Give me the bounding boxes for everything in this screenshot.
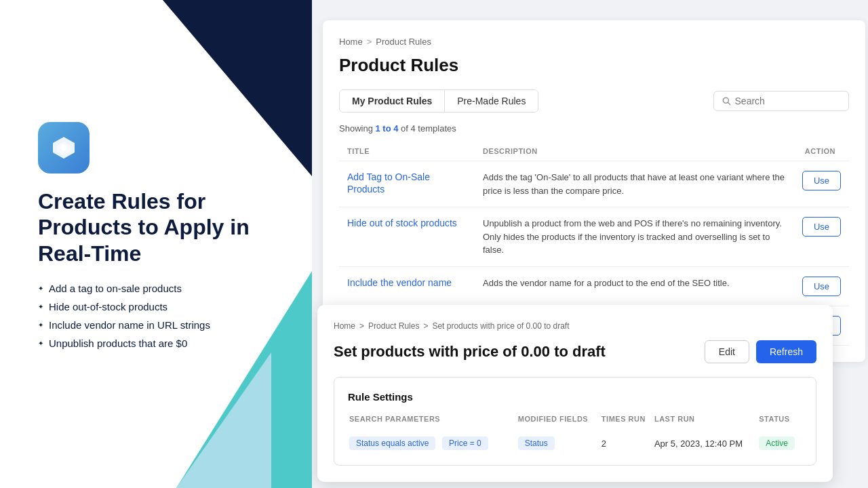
hero-section: Create Rules for Products to Apply in Re… bbox=[38, 188, 296, 356]
right-panel: Home > Product Rules Product Rules My Pr… bbox=[312, 0, 868, 488]
rule-desc-2: Unpublish a product from the web and POS… bbox=[483, 218, 782, 255]
search-icon bbox=[722, 96, 731, 106]
feature-item-4: Unpublish products that are $0 bbox=[38, 338, 296, 349]
breadcrumb: Home > Product Rules bbox=[339, 37, 849, 47]
use-button-2[interactable]: Use bbox=[802, 217, 841, 237]
breadcrumb-home[interactable]: Home bbox=[339, 37, 363, 47]
app-logo bbox=[38, 122, 90, 174]
col-action: ACTION bbox=[794, 142, 849, 161]
settings-col-modified: MODIFIED FIELDS bbox=[518, 415, 600, 430]
breadcrumb-sep: > bbox=[367, 37, 372, 47]
search-input[interactable] bbox=[735, 96, 840, 106]
detail-header: Set products with price of 0.00 to draft… bbox=[334, 340, 816, 363]
refresh-button[interactable]: Refresh bbox=[756, 340, 816, 363]
settings-col-lastrun: LAST RUN bbox=[654, 415, 757, 430]
detail-breadcrumb-rules[interactable]: Product Rules bbox=[368, 321, 419, 331]
settings-col-times: TIMES RUN bbox=[601, 415, 653, 430]
showing-text: Showing 1 to 4 of 4 templates bbox=[339, 123, 849, 134]
table-row: Hide out of stock products Unpublish a p… bbox=[339, 207, 849, 267]
rule-settings-title: Rule Settings bbox=[348, 391, 802, 403]
use-button-1[interactable]: Use bbox=[802, 171, 841, 190]
feature-list: Add a tag to on-sale products Hide out-o… bbox=[38, 283, 296, 349]
last-run: Apr 5, 2023, 12:40 PM bbox=[654, 431, 757, 450]
detail-breadcrumb-current: Set products with price of 0.00 to draft bbox=[432, 321, 569, 331]
edit-button[interactable]: Edit bbox=[705, 340, 749, 363]
svg-point-2 bbox=[60, 144, 67, 151]
settings-row: Status equals active Price = 0 Status 2 … bbox=[349, 431, 801, 450]
rule-link-2[interactable]: Hide out of stock products bbox=[347, 218, 457, 228]
tab-premade-rules[interactable]: Pre-Made Rules bbox=[445, 90, 538, 112]
status-badge: Active bbox=[759, 436, 795, 450]
logo-icon bbox=[49, 133, 79, 163]
rule-link-3[interactable]: Include the vendor name bbox=[347, 277, 452, 288]
detail-breadcrumb-home[interactable]: Home bbox=[334, 321, 355, 331]
tab-my-product-rules[interactable]: My Product Rules bbox=[340, 90, 445, 112]
logo-container bbox=[38, 122, 90, 174]
rule-desc-1: Adds the tag 'On-Sale' to all products t… bbox=[483, 172, 785, 196]
rule-link-1[interactable]: Add Tag to On-Sale Products bbox=[347, 171, 430, 195]
page-title: Product Rules bbox=[339, 55, 849, 76]
col-title: TITLE bbox=[339, 142, 475, 161]
feature-item-1: Add a tag to on-sale products bbox=[38, 283, 296, 294]
use-button-3[interactable]: Use bbox=[802, 277, 841, 296]
detail-card: Home > Product Rules > Set products with… bbox=[317, 305, 833, 482]
detail-title: Set products with price of 0.00 to draft bbox=[334, 343, 606, 361]
breadcrumb-current: Product Rules bbox=[376, 37, 431, 47]
tabs-container: My Product Rules Pre-Made Rules bbox=[339, 89, 538, 113]
table-row: Add Tag to On-Sale Products Adds the tag… bbox=[339, 161, 849, 207]
svg-line-4 bbox=[728, 102, 730, 104]
rule-desc-3: Adds the vendor name for a product to th… bbox=[483, 278, 730, 288]
left-panel: Create Rules for Products to Apply in Re… bbox=[0, 0, 312, 488]
feature-item-2: Hide out-of-stock products bbox=[38, 301, 296, 312]
search-param-2: Price = 0 bbox=[442, 436, 488, 450]
col-description: DESCRIPTION bbox=[475, 142, 794, 161]
detail-actions: Edit Refresh bbox=[705, 340, 816, 363]
search-box[interactable] bbox=[713, 91, 849, 111]
tabs-row: My Product Rules Pre-Made Rules bbox=[339, 89, 849, 113]
modified-fields: Status bbox=[518, 436, 555, 450]
detail-breadcrumb: Home > Product Rules > Set products with… bbox=[334, 321, 816, 331]
settings-col-search: SEARCH PARAMETERS bbox=[349, 415, 517, 430]
triangle-dark-decoration bbox=[163, 0, 312, 176]
hero-title: Create Rules for Products to Apply in Re… bbox=[38, 188, 296, 266]
settings-col-status: STATUS bbox=[759, 415, 801, 430]
times-run: 2 bbox=[601, 431, 653, 450]
triangle-lightblue-decoration bbox=[176, 352, 271, 488]
table-row: Include the vendor name Adds the vendor … bbox=[339, 266, 849, 306]
feature-item-3: Include vendor name in URL strings bbox=[38, 319, 296, 331]
search-param-1: Status equals active bbox=[349, 436, 435, 450]
rule-settings-box: Rule Settings SEARCH PARAMETERS MODIFIED… bbox=[334, 377, 816, 466]
showing-range: 1 to 4 bbox=[375, 123, 398, 134]
settings-table: SEARCH PARAMETERS MODIFIED FIELDS TIMES … bbox=[348, 413, 802, 451]
